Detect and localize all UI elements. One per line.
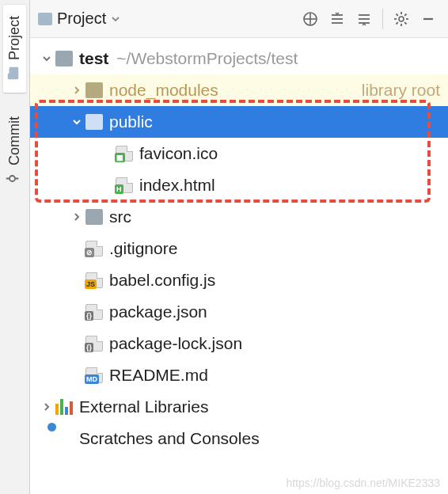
tree-node-label: package-lock.json [109,334,242,353]
view-mode-dropdown[interactable]: Project [38,10,120,28]
expand-all-button[interactable] [324,6,351,32]
tree-node-label: babel.config.js [109,271,215,290]
library-folder-icon [85,82,103,98]
project-tree: test ~/WebstormProjects/test node_module… [30,38,448,494]
tree-node-gitignore[interactable]: ⊘ .gitignore [30,233,448,264]
tree-node-src[interactable]: src [30,201,448,233]
project-toolbar: Project [30,0,448,38]
tree-node-label: src [109,207,131,226]
tree-node-path: ~/WebstormProjects/test [116,49,298,68]
tree-node-label: index.html [139,176,215,195]
folder-icon [85,209,103,225]
tree-node-label: Scratches and Consoles [79,429,260,448]
svg-rect-1 [8,74,12,80]
svg-line-20 [404,22,406,24]
tree-node-label: public [109,112,153,131]
tool-window-tabs: Project Commit [0,0,30,494]
folder-icon [38,13,52,25]
side-tab-project[interactable]: Project [3,5,26,93]
external-libraries-icon [55,399,73,415]
tree-node-note: library root [362,81,440,100]
view-mode-label: Project [57,10,106,28]
separator [382,9,383,29]
tree-node-index-html[interactable]: H index.html [30,169,448,201]
watermark: https://blog.csdn.net/MIKE2333 [286,477,440,489]
tree-node-readme[interactable]: MD README.md [30,359,448,391]
tree-node-node-modules[interactable]: node_modules library root [30,74,448,106]
svg-line-19 [397,13,398,15]
settings-button[interactable] [388,6,415,32]
tree-node-package-json[interactable]: {} package.json [30,296,448,328]
tree-node-scratches[interactable]: Scratches and Consoles [30,423,448,454]
tree-node-babel-config[interactable]: JS babel.config.js [30,264,448,296]
tree-node-package-lock[interactable]: {} package-lock.json [30,328,448,359]
svg-point-2 [10,176,16,181]
hide-button[interactable] [415,6,442,32]
chevron-right-icon[interactable] [38,398,55,416]
tree-node-label: test [79,49,108,68]
json-file-icon: {} [85,336,103,352]
image-file-icon: ▦ [116,146,133,162]
chevron-right-icon[interactable] [68,82,85,99]
html-file-icon: H [116,177,133,193]
side-tab-commit[interactable]: Commit [6,108,23,195]
svg-point-14 [399,17,404,21]
tree-node-label: README.md [109,366,208,385]
tree-node-label: .gitignore [109,239,177,258]
tree-node-external-libraries[interactable]: External Libraries [30,391,448,423]
markdown-file-icon: MD [85,367,103,383]
scratches-icon [55,431,73,446]
tree-node-label: package.json [109,302,207,321]
tree-node-public[interactable]: public [30,106,448,138]
ignore-file-icon: ⊘ [85,241,103,256]
collapse-all-button[interactable] [351,6,378,32]
folder-icon [6,67,23,80]
tree-node-root[interactable]: test ~/WebstormProjects/test [30,43,448,74]
tree-node-label: External Libraries [79,397,208,416]
chevron-down-icon[interactable] [38,50,55,67]
js-file-icon: JS [85,272,103,288]
tree-node-label: favicon.ico [139,144,218,163]
side-tab-label: Project [6,16,23,60]
chevron-down-icon [111,10,120,28]
folder-icon [55,51,73,66]
commit-icon [6,173,23,185]
chevron-down-icon[interactable] [68,113,85,131]
select-opened-file-button[interactable] [297,6,324,32]
folder-icon [85,114,103,130]
json-file-icon: {} [85,304,103,320]
svg-line-21 [397,22,398,24]
side-tab-label: Commit [6,116,23,165]
tree-node-favicon[interactable]: ▦ favicon.ico [30,138,448,169]
tree-node-label: node_modules [109,81,354,100]
svg-line-22 [404,13,406,15]
chevron-right-icon[interactable] [68,208,85,226]
